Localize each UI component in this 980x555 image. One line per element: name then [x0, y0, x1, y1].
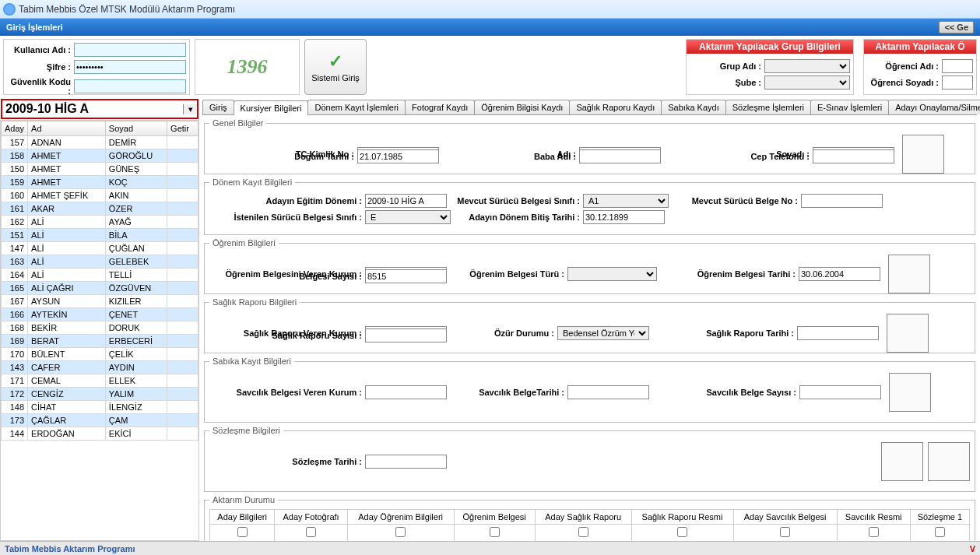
tab-7[interactable]: Sözleşme İşlemleri — [725, 100, 811, 114]
tab-0[interactable]: Giriş — [202, 100, 234, 114]
tab-3[interactable]: Fotograf Kaydı — [405, 100, 475, 114]
status-header: Öğrenim Belgesi — [454, 510, 535, 525]
saglik-legend: Sağlık Raporu Bilgileri — [209, 297, 300, 307]
title-bar: Tabim Mebbis Özel MTSK Modülü Aktarım Pr… — [0, 0, 980, 19]
table-row[interactable]: 170BÜLENTÇELİK — [2, 348, 198, 361]
egitim-input[interactable] — [365, 194, 447, 208]
group-name-select[interactable] — [764, 59, 850, 73]
grid-header[interactable]: Soyad — [105, 121, 167, 136]
status-checkbox[interactable] — [677, 527, 687, 537]
table-row[interactable]: 160AHMET ŞEFİKAKIN — [2, 189, 198, 202]
ogrenim-turu-label: Öğrenim Belgesi Türü : — [447, 269, 567, 279]
table-row[interactable]: 143CAFERAYDIN — [2, 361, 198, 374]
table-row[interactable]: 173ÇAĞLARÇAM — [2, 414, 198, 427]
belge-no-input[interactable] — [801, 194, 883, 208]
status-checkbox[interactable] — [237, 527, 248, 537]
saglik-tarih-input[interactable] — [797, 326, 879, 340]
grid-header[interactable]: Ad — [28, 121, 106, 136]
saglik-sayi-input[interactable] — [365, 328, 447, 342]
istenilen-select[interactable]: E — [365, 210, 451, 224]
saglik-tarih-label: Sağlık Raporu Tarihi : — [649, 328, 797, 338]
username-label: Kullanıcı Adı : — [7, 45, 71, 54]
genel-legend: Genel Bilgiler — [209, 118, 266, 128]
tab-1[interactable]: Kursiyer Bilgileri — [234, 100, 309, 115]
branch-label: Şube : — [690, 78, 761, 87]
mevcut-sinif-select[interactable]: A1 — [583, 194, 669, 208]
tab-6[interactable]: Sabıka Kaydı — [661, 100, 725, 114]
saglik-sayi-label: Sağlık Raporu Sayısı : — [209, 331, 365, 340]
sabika-sayi-label: Savcılık Belge Sayısı : — [649, 388, 799, 397]
status-table: Aday BilgileriAday FotoğrafıAday Öğrenim… — [209, 509, 970, 541]
table-row[interactable]: 158AHMETGÖROĞLU — [2, 149, 198, 163]
section-header: Giriş İşlemleri << Ge — [0, 19, 980, 36]
table-row[interactable]: 166AYTEKİNÇENET — [2, 308, 198, 321]
login-button-label: Sistemi Giriş — [311, 73, 360, 83]
table-row[interactable]: 161AKARÖZER — [2, 202, 198, 216]
table-row[interactable]: 148CİHATİLENGİZ — [2, 401, 198, 414]
sabika-kurum-input[interactable] — [365, 385, 447, 399]
status-checkbox[interactable] — [780, 527, 790, 537]
bitis-input[interactable] — [583, 210, 665, 224]
table-row[interactable]: 151ALİBİLA — [2, 229, 198, 242]
candidate-grid[interactable]: AdayAdSoyadGetir157ADNANDEMİR158AHMETGÖR… — [0, 120, 199, 541]
baba-input[interactable] — [579, 149, 661, 163]
grid-header[interactable]: Aday — [2, 121, 28, 136]
table-row[interactable]: 169BERATERBECERİ — [2, 335, 198, 348]
student-name-input[interactable] — [942, 59, 973, 73]
table-row[interactable]: 168BEKİRDORUK — [2, 321, 198, 335]
status-checkbox[interactable] — [869, 527, 879, 537]
table-row[interactable]: 167AYSUNKIZILER — [2, 295, 198, 308]
password-input[interactable] — [74, 60, 186, 74]
donem-fieldset: Dönem Kayıt Bilgileri Adayın Eğitim Döne… — [204, 177, 975, 235]
table-row[interactable]: 144ERDOĞANEKİCİ — [2, 427, 198, 441]
sozlesme-tarih-input[interactable] — [365, 455, 447, 469]
tab-8[interactable]: E-Sınav İşlemleri — [810, 100, 889, 114]
status-checkbox[interactable] — [578, 527, 588, 537]
status-checkbox[interactable] — [306, 527, 316, 537]
password-label: Şifre : — [7, 62, 71, 72]
baba-label: Baba Adı : — [439, 152, 579, 161]
table-row[interactable]: 150AHMETGÜNEŞ — [2, 163, 198, 176]
table-row[interactable]: 163ALİGELEBEK — [2, 255, 198, 269]
saglik-fieldset: Sağlık Raporu Bilgileri Sağlık Raporu Ve… — [204, 297, 975, 353]
tab-5[interactable]: Sağlık Raporu Kaydı — [569, 100, 662, 114]
table-row[interactable]: 171CEMALELLEK — [2, 374, 198, 388]
username-input[interactable] — [74, 43, 186, 57]
belge-sayi-input[interactable] — [365, 269, 447, 283]
istenilen-label: İstenilen Sürücü Belgesi Sınıfı : — [209, 213, 365, 222]
table-row[interactable]: 164ALİTELLİ — [2, 269, 198, 282]
status-checkbox[interactable] — [395, 527, 406, 537]
group-name-label: Grup Adı : — [690, 61, 761, 71]
period-combobox[interactable]: 2009-10 HİG A ▾ — [1, 99, 198, 119]
student-surname-input[interactable] — [942, 76, 973, 90]
table-row[interactable]: 172CENGİZYALIM — [2, 388, 198, 401]
student-surname-label: Öğrenci Soyadı : — [867, 78, 939, 87]
footer-right: V — [970, 544, 975, 553]
status-checkbox[interactable] — [935, 527, 945, 537]
tab-4[interactable]: Öğrenim Bilgisi Kaydı — [474, 100, 570, 114]
table-row[interactable]: 165ALİ ÇAĞRIÖZGÜVEN — [2, 282, 198, 295]
captcha-image: 1396 — [195, 39, 300, 95]
belge-no-label: Mevcut Sürücü Belge No : — [669, 196, 801, 205]
sabika-sayi-input[interactable] — [799, 385, 881, 399]
ogrenim-fieldset: Öğrenim Bilgileri Öğrenim Belgesini Vere… — [204, 238, 975, 294]
table-row[interactable]: 147ALİÇUĞLAN — [2, 242, 198, 255]
status-checkbox[interactable] — [490, 527, 500, 537]
table-row[interactable]: 159AHMETKOÇ — [2, 176, 198, 189]
branch-select[interactable] — [764, 76, 850, 90]
table-row[interactable]: 162ALİAYAĞ — [2, 216, 198, 229]
ogrenim-tarih-input[interactable] — [799, 267, 880, 281]
tab-9[interactable]: Adayı Onaylama/Silme — [888, 100, 980, 114]
sabika-tarih-input[interactable] — [567, 385, 649, 399]
dogum-input[interactable] — [357, 149, 439, 163]
ozur-select[interactable]: Bedensel Özrüm Yok — [557, 326, 649, 340]
back-button[interactable]: << Ge — [939, 21, 974, 33]
tab-2[interactable]: Dönem Kayıt İşlemleri — [307, 100, 406, 114]
login-button[interactable]: ✓ Sistemi Giriş — [304, 39, 367, 95]
security-code-input[interactable] — [74, 79, 186, 93]
cep-input[interactable] — [813, 149, 894, 163]
table-row[interactable]: 157ADNANDEMİR — [2, 136, 198, 149]
ogrenim-turu-select[interactable] — [567, 267, 657, 281]
tabs: GirişKursiyer BilgileriDönem Kayıt İşlem… — [202, 100, 977, 115]
grid-header[interactable]: Getir — [167, 121, 198, 136]
